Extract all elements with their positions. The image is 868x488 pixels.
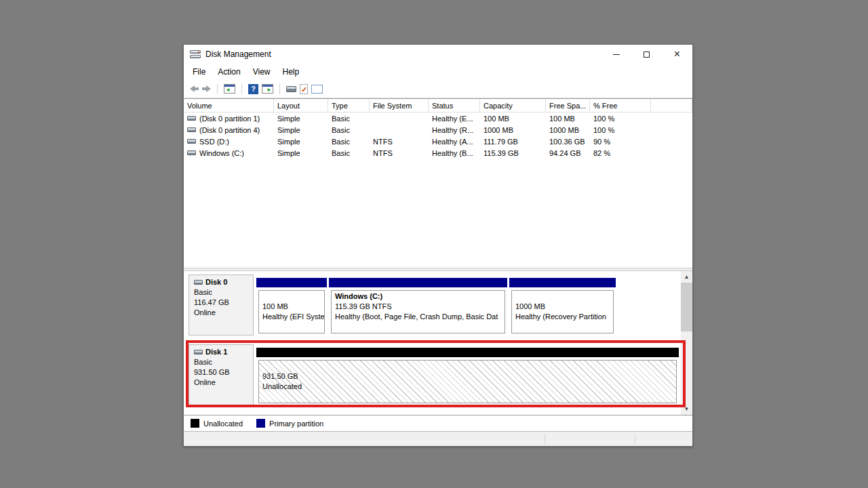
status-bar-divider (635, 434, 635, 444)
volume-name-cell: Windows (C:) (184, 147, 274, 159)
volume-icon (187, 127, 196, 132)
scroll-up-button[interactable]: ▲ (681, 271, 692, 283)
partition-windows-c[interactable]: Windows (C:) 115.39 GB NTFS Healthy (Boo… (329, 274, 507, 336)
partition-efi-system[interactable]: 100 MB Healthy (EFI Syste (256, 274, 327, 336)
column-header-empty[interactable] (651, 99, 692, 112)
partition-recovery[interactable]: 1000 MB Healthy (Recovery Partition (509, 274, 616, 336)
column-header-capacity[interactable]: Capacity (480, 99, 546, 112)
back-arrow-icon (190, 85, 199, 92)
capacity-cell: 100 MB (480, 113, 546, 124)
unallocated-body: 931.50 GB Unallocated (258, 360, 677, 403)
toolbar-separator (279, 83, 280, 94)
check-disk-button[interactable] (300, 83, 308, 95)
status-cell: Healthy (A... (429, 136, 480, 147)
back-button[interactable] (190, 83, 199, 95)
volume-row-windows-c[interactable]: Windows (C:) Simple Basic NTFS Healthy (… (184, 147, 692, 159)
action-pane-icon (262, 84, 273, 94)
titlebar[interactable]: Disk Management × (184, 45, 692, 64)
column-header-status[interactable]: Status (429, 99, 480, 112)
disk-type: Basic (194, 357, 253, 367)
vertical-scrollbar[interactable]: ▲ ▼ (681, 271, 692, 415)
capacity-cell: 111.79 GB (480, 136, 546, 147)
scrollbar-thumb[interactable] (681, 283, 692, 331)
disk-management-app-icon (190, 50, 201, 58)
unallocated-region[interactable]: 931.50 GB Unallocated (256, 344, 679, 405)
close-button[interactable]: × (662, 45, 692, 64)
disk-type: Basic (194, 287, 253, 298)
chevron-down-icon: ▼ (684, 406, 690, 412)
disk-1-label[interactable]: Disk 1 Basic 931.50 GB Online (189, 344, 254, 405)
scroll-down-button[interactable]: ▼ (681, 403, 692, 415)
disk-icon (194, 280, 203, 285)
layout-cell: Simple (274, 147, 328, 159)
status-cell: Healthy (B... (429, 147, 480, 159)
disk-management-window: Disk Management × File Action View Help … (183, 44, 693, 447)
disk-0-label[interactable]: Disk 0 Basic 116.47 GB Online (189, 274, 254, 336)
volume-row-ssd-d[interactable]: SSD (D:) Simple Basic NTFS Healthy (A...… (184, 136, 692, 147)
forward-arrow-icon (202, 85, 211, 92)
volume-row-disk0-partition4[interactable]: (Disk 0 partition 4) Simple Basic Health… (184, 124, 692, 136)
show-console-tree-button[interactable] (224, 83, 235, 95)
primary-partition-legend-label: Primary partition (269, 420, 323, 428)
forward-button[interactable] (202, 83, 211, 95)
percent-free-cell: 100 % (590, 124, 651, 136)
window-title: Disk Management (205, 49, 271, 59)
percent-free-cell: 90 % (590, 136, 651, 147)
status-bar-divider (545, 434, 545, 444)
unallocated-legend-label: Unallocated (203, 420, 243, 428)
disk-size: 116.47 GB (194, 298, 253, 308)
volume-name-cell: SSD (D:) (184, 136, 274, 147)
column-header-volume[interactable]: Volume (184, 99, 274, 112)
maximize-icon (644, 52, 650, 58)
layout-cell: Simple (274, 124, 328, 136)
volume-icon (187, 150, 196, 155)
free-space-cell: 1000 MB (546, 124, 590, 136)
properties-button[interactable] (311, 83, 323, 95)
check-document-icon (300, 84, 308, 94)
properties-list-icon (311, 85, 323, 94)
free-space-cell: 100.36 GB (546, 136, 590, 147)
volume-row-disk0-partition1[interactable]: (Disk 0 partition 1) Simple Basic Health… (184, 113, 692, 124)
console-tree-icon (224, 84, 235, 94)
column-header-free-space[interactable]: Free Spa... (546, 99, 590, 112)
status-cell: Healthy (R... (429, 124, 480, 136)
free-space-cell: 94.24 GB (546, 147, 590, 159)
disk-status: Online (194, 308, 253, 318)
show-action-pane-button[interactable] (262, 83, 273, 95)
type-cell: Basic (328, 147, 370, 159)
column-header-file-system[interactable]: File System (370, 99, 429, 112)
primary-partition-band (509, 278, 616, 287)
empty-cell (651, 136, 692, 147)
empty-cell (651, 147, 692, 159)
primary-partition-band (256, 278, 327, 287)
volume-name-cell: (Disk 0 partition 4) (184, 124, 274, 136)
file-system-cell: NTFS (370, 136, 429, 147)
minimize-button[interactable] (601, 45, 631, 64)
maximize-button[interactable] (631, 45, 662, 64)
type-cell: Basic (328, 136, 370, 147)
window-controls: × (601, 45, 692, 64)
menu-action[interactable]: Action (212, 65, 246, 79)
toolbar-separator (217, 83, 218, 94)
file-system-cell (370, 113, 429, 124)
help-button[interactable]: ? (248, 83, 258, 95)
volume-list-header: Volume Layout Type File System Status Ca… (184, 99, 692, 113)
volume-list: Volume Layout Type File System Status Ca… (184, 98, 692, 268)
menu-help[interactable]: Help (277, 65, 306, 79)
column-header-type[interactable]: Type (328, 99, 370, 112)
menu-view[interactable]: View (247, 65, 277, 79)
disk-view-button[interactable] (286, 83, 296, 95)
column-header-percent-free[interactable]: % Free (590, 99, 651, 112)
disk-size: 931.50 GB (194, 367, 253, 378)
primary-partition-legend-swatch (256, 419, 265, 428)
free-space-cell: 100 MB (546, 113, 590, 124)
minimize-icon (613, 54, 620, 55)
graphical-disk-view: Disk 0 Basic 116.47 GB Online 100 MB Hea… (184, 271, 692, 415)
disk-status: Online (194, 378, 253, 388)
menu-bar: File Action View Help (184, 64, 692, 80)
disk-icon (194, 350, 203, 354)
menu-file[interactable]: File (186, 65, 212, 79)
volume-name-cell: (Disk 0 partition 1) (184, 113, 274, 124)
column-header-layout[interactable]: Layout (274, 99, 328, 112)
disk-icon (286, 86, 296, 92)
